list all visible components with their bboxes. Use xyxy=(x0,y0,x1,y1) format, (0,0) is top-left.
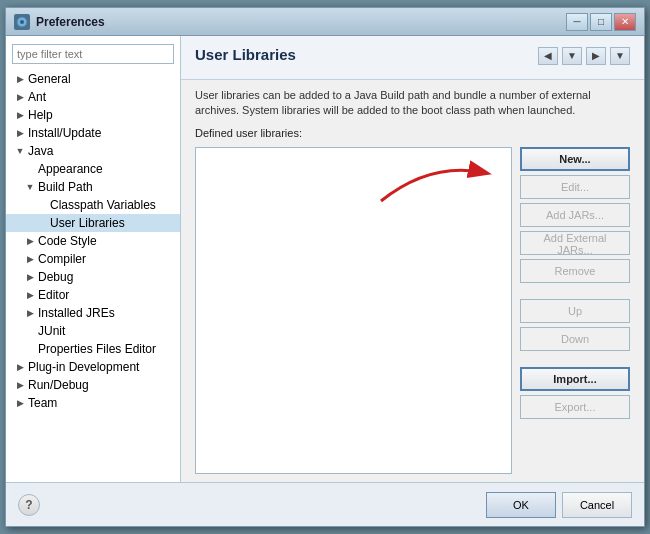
preferences-window: Preferences ─ □ ✕ General Ant Help xyxy=(5,7,645,527)
export-button[interactable]: Export... xyxy=(520,395,630,419)
sidebar-item-run-debug[interactable]: Run/Debug xyxy=(6,376,180,394)
sidebar-item-label: Help xyxy=(28,108,53,122)
sidebar-item-appearance[interactable]: Appearance xyxy=(6,160,180,178)
maximize-button[interactable]: □ xyxy=(590,13,612,31)
title-bar: Preferences ─ □ ✕ xyxy=(6,8,644,36)
ok-button[interactable]: OK xyxy=(486,492,556,518)
sidebar-item-label: Java xyxy=(28,144,53,158)
sidebar-item-label: Editor xyxy=(38,288,69,302)
forward-button[interactable]: ▶ xyxy=(586,47,606,65)
sidebar-item-label: Build Path xyxy=(38,180,93,194)
filter-input[interactable] xyxy=(12,44,174,64)
back-button[interactable]: ◀ xyxy=(538,47,558,65)
down-button[interactable]: Down xyxy=(520,327,630,351)
sidebar-item-label: Install/Update xyxy=(28,126,101,140)
sidebar-item-label: User Libraries xyxy=(50,216,125,230)
sidebar-item-user-libraries[interactable]: User Libraries xyxy=(6,214,180,232)
panel-description: User libraries can be added to a Java Bu… xyxy=(181,80,644,123)
edit-button[interactable]: Edit... xyxy=(520,175,630,199)
arrow-icon xyxy=(14,127,26,139)
add-jars-button[interactable]: Add JARs... xyxy=(520,203,630,227)
sidebar-item-label: Debug xyxy=(38,270,73,284)
window-title: Preferences xyxy=(36,15,566,29)
panel-body-wrapper: New... Edit... Add JARs... Add External … xyxy=(181,143,644,482)
sidebar-item-java[interactable]: Java xyxy=(6,142,180,160)
arrow-icon xyxy=(14,109,26,121)
sidebar-item-label: Classpath Variables xyxy=(50,198,156,212)
arrow-icon xyxy=(14,361,26,373)
sidebar-item-ant[interactable]: Ant xyxy=(6,88,180,106)
sidebar-item-editor[interactable]: Editor xyxy=(6,286,180,304)
nav-menu-button[interactable]: ▼ xyxy=(610,47,630,65)
sidebar-item-properties-files-editor[interactable]: Properties Files Editor xyxy=(6,340,180,358)
panel-body: New... Edit... Add JARs... Add External … xyxy=(181,143,644,482)
main-content: General Ant Help Install/Update Java App… xyxy=(6,36,644,482)
arrow-icon xyxy=(24,253,36,265)
navigation-bar: ◀ ▼ ▶ ▼ xyxy=(538,47,630,65)
button-panel: New... Edit... Add JARs... Add External … xyxy=(520,147,630,474)
arrow-icon xyxy=(14,91,26,103)
cancel-button[interactable]: Cancel xyxy=(562,492,632,518)
sidebar-item-label: Appearance xyxy=(38,162,103,176)
arrow-icon xyxy=(24,271,36,283)
sidebar-item-label: Compiler xyxy=(38,252,86,266)
new-button[interactable]: New... xyxy=(520,147,630,171)
sidebar-item-label: Plug-in Development xyxy=(28,360,139,374)
arrow-icon xyxy=(24,307,36,319)
sidebar-item-plugin-development[interactable]: Plug-in Development xyxy=(6,358,180,376)
sidebar-item-build-path[interactable]: Build Path xyxy=(6,178,180,196)
add-external-jars-button[interactable]: Add External JARs... xyxy=(520,231,630,255)
arrow-icon xyxy=(14,397,26,409)
defined-libraries-label: Defined user libraries: xyxy=(181,123,644,143)
close-button[interactable]: ✕ xyxy=(614,13,636,31)
main-panel: User Libraries ◀ ▼ ▶ ▼ User libraries ca… xyxy=(181,36,644,482)
sidebar-item-label: Team xyxy=(28,396,57,410)
sidebar-item-classpath-variables[interactable]: Classpath Variables xyxy=(6,196,180,214)
panel-title: User Libraries xyxy=(195,46,296,63)
arrow-icon xyxy=(24,181,36,193)
user-libraries-list[interactable] xyxy=(195,147,512,474)
sidebar-item-install-update[interactable]: Install/Update xyxy=(6,124,180,142)
window-icon xyxy=(14,14,30,30)
sidebar-item-code-style[interactable]: Code Style xyxy=(6,232,180,250)
window-controls: ─ □ ✕ xyxy=(566,13,636,31)
sidebar-item-help[interactable]: Help xyxy=(6,106,180,124)
sidebar-item-debug[interactable]: Debug xyxy=(6,268,180,286)
remove-button[interactable]: Remove xyxy=(520,259,630,283)
arrow-icon xyxy=(14,145,26,157)
sidebar-item-team[interactable]: Team xyxy=(6,394,180,412)
import-button[interactable]: Import... xyxy=(520,367,630,391)
sidebar-item-label: Run/Debug xyxy=(28,378,89,392)
sidebar-item-installed-jres[interactable]: Installed JREs xyxy=(6,304,180,322)
arrow-icon xyxy=(24,235,36,247)
nav-dropdown-button[interactable]: ▼ xyxy=(562,47,582,65)
svg-point-1 xyxy=(20,20,24,24)
sidebar-item-label: Properties Files Editor xyxy=(38,342,156,356)
sidebar-item-junit[interactable]: JUnit xyxy=(6,322,180,340)
footer-left: ? xyxy=(18,494,480,516)
arrow-icon xyxy=(14,73,26,85)
footer: ? OK Cancel xyxy=(6,482,644,526)
up-button[interactable]: Up xyxy=(520,299,630,323)
help-button[interactable]: ? xyxy=(18,494,40,516)
sidebar: General Ant Help Install/Update Java App… xyxy=(6,36,181,482)
sidebar-item-label: Ant xyxy=(28,90,46,104)
sidebar-item-label: Code Style xyxy=(38,234,97,248)
sidebar-item-compiler[interactable]: Compiler xyxy=(6,250,180,268)
sidebar-item-general[interactable]: General xyxy=(6,70,180,88)
sidebar-item-label: JUnit xyxy=(38,324,65,338)
panel-header: User Libraries ◀ ▼ ▶ ▼ xyxy=(181,36,644,80)
sidebar-item-label: General xyxy=(28,72,71,86)
minimize-button[interactable]: ─ xyxy=(566,13,588,31)
arrow-icon xyxy=(14,379,26,391)
arrow-icon xyxy=(24,289,36,301)
sidebar-item-label: Installed JREs xyxy=(38,306,115,320)
